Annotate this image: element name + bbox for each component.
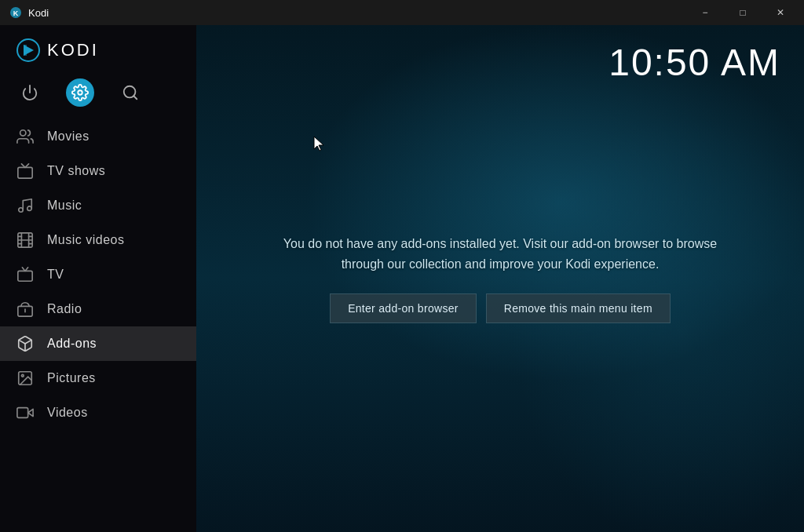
svg-point-10 bbox=[19, 208, 24, 213]
svg-point-25 bbox=[21, 374, 24, 377]
settings-button[interactable] bbox=[66, 78, 94, 107]
sidebar-actions bbox=[0, 71, 196, 119]
addons-icon bbox=[16, 334, 35, 353]
content-actions: Enter add-on browser Remove this main me… bbox=[272, 293, 728, 323]
addon-message: You do not have any add-ons installed ye… bbox=[272, 234, 728, 274]
svg-point-8 bbox=[20, 130, 26, 136]
sidebar-item-tv[interactable]: TV bbox=[0, 257, 196, 292]
content-box: You do not have any add-ons installed ye… bbox=[257, 218, 744, 338]
pictures-label: Pictures bbox=[47, 371, 96, 385]
cursor bbox=[312, 135, 328, 154]
svg-rect-9 bbox=[18, 167, 32, 178]
power-button[interactable] bbox=[16, 78, 44, 107]
musicvideos-label: Music videos bbox=[47, 233, 124, 247]
svg-rect-20 bbox=[18, 271, 32, 281]
music-icon bbox=[16, 196, 35, 215]
svg-marker-26 bbox=[28, 409, 33, 416]
kodi-titlebar-icon: K bbox=[9, 6, 22, 19]
titlebar-left: K Kodi bbox=[9, 6, 49, 19]
svg-text:K: K bbox=[13, 9, 19, 17]
app-container: KODI bbox=[0, 25, 804, 532]
maximize-button[interactable]: □ bbox=[725, 0, 760, 25]
svg-line-7 bbox=[133, 96, 137, 99]
tv-icon bbox=[16, 265, 35, 284]
minimize-button[interactable]: − bbox=[688, 0, 722, 25]
sidebar-item-movies[interactable]: Movies bbox=[0, 119, 196, 154]
radio-label: Radio bbox=[47, 302, 82, 316]
svg-rect-27 bbox=[17, 408, 28, 418]
svg-point-11 bbox=[27, 206, 32, 211]
musicvideos-icon bbox=[16, 231, 35, 250]
kodi-brand-text: KODI bbox=[47, 40, 99, 60]
clock-display: 10:50 AM bbox=[608, 41, 780, 84]
sidebar-nav: Movies TV shows bbox=[0, 119, 196, 532]
videos-label: Videos bbox=[47, 406, 88, 420]
movies-icon bbox=[16, 127, 35, 146]
sidebar-item-radio[interactable]: Radio bbox=[0, 292, 196, 326]
search-button[interactable] bbox=[116, 78, 144, 107]
movies-label: Movies bbox=[47, 129, 90, 144]
music-label: Music bbox=[47, 199, 82, 213]
sidebar-header: KODI bbox=[0, 25, 196, 71]
tvshows-icon bbox=[16, 162, 35, 180]
sidebar-item-music[interactable]: Music bbox=[0, 188, 196, 223]
titlebar-controls: − □ ✕ bbox=[688, 0, 798, 25]
tvshows-label: TV shows bbox=[47, 164, 105, 178]
svg-point-5 bbox=[78, 90, 82, 95]
addons-label: Add-ons bbox=[47, 337, 97, 351]
titlebar: K Kodi − □ ✕ bbox=[0, 0, 804, 25]
main-content: 10:50 AM You do not have any add-ons ins… bbox=[196, 25, 804, 532]
close-button[interactable]: ✕ bbox=[763, 0, 798, 25]
sidebar-item-addons[interactable]: Add-ons bbox=[0, 326, 196, 361]
sidebar: KODI bbox=[0, 25, 196, 532]
videos-icon bbox=[16, 403, 35, 422]
sidebar-item-musicvideos[interactable]: Music videos bbox=[0, 223, 196, 257]
sidebar-item-videos[interactable]: Videos bbox=[0, 395, 196, 430]
titlebar-title: Kodi bbox=[28, 7, 49, 19]
sidebar-item-pictures[interactable]: Pictures bbox=[0, 361, 196, 395]
remove-menu-item-button[interactable]: Remove this main menu item bbox=[486, 293, 671, 323]
kodi-logo: KODI bbox=[16, 38, 99, 63]
enter-addon-browser-button[interactable]: Enter add-on browser bbox=[330, 293, 477, 323]
sidebar-item-tvshows[interactable]: TV shows bbox=[0, 154, 196, 188]
kodi-logo-icon bbox=[16, 38, 41, 63]
radio-icon bbox=[16, 300, 35, 319]
pictures-icon bbox=[16, 369, 35, 388]
svg-marker-4 bbox=[24, 45, 27, 56]
tv-label: TV bbox=[47, 268, 64, 282]
